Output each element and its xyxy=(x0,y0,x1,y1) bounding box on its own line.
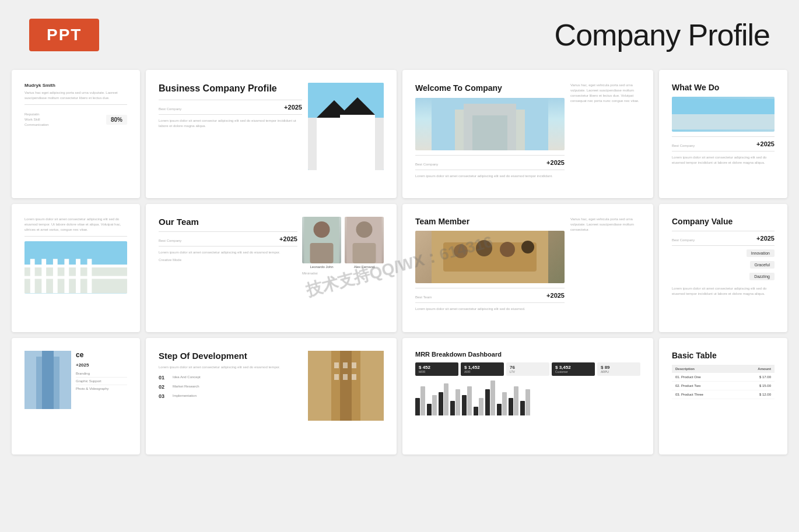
step-label-3: Implementation xyxy=(173,393,197,398)
slide3-body: Lorem ipsum dolor sit amet consectetur a… xyxy=(415,174,565,179)
slide10-body: Lorem ipsum dolor sit amet consectetur a… xyxy=(159,365,303,370)
slide7-title: Team Member xyxy=(415,217,565,226)
slide-basic-table: Basic Table Description Amount 01. Produ… xyxy=(659,338,787,455)
row1-desc: 01. Product One xyxy=(672,373,737,382)
page-title: Company Profile xyxy=(555,17,770,52)
svg-point-26 xyxy=(356,221,373,238)
step-numbered-1: 01 Idea And Concept xyxy=(159,375,303,380)
mrr-val-5: $ 89 xyxy=(601,365,637,370)
team-photo-1 xyxy=(302,217,341,263)
row3-desc: 03. Product Three xyxy=(672,390,737,399)
slide3-year: +2025 xyxy=(546,159,565,166)
slide6-year: +2025 xyxy=(279,235,297,242)
slide-our-team: Our Team Best Company +2025 Lorem ipsum … xyxy=(146,204,397,332)
bar-4-dark xyxy=(450,401,455,415)
svg-point-23 xyxy=(314,221,330,238)
mrr-lbl-5: ARPU xyxy=(601,370,637,374)
slide5-image xyxy=(24,241,127,294)
value-tag-2: Graceful xyxy=(750,261,775,269)
member2-name: Alex Fernand xyxy=(345,265,384,269)
skill-1: Reputatin xyxy=(24,112,49,117)
slide2-image xyxy=(308,83,384,170)
bar-group-10 xyxy=(520,389,530,415)
bar-4-light xyxy=(455,389,460,415)
slide-profile-partial: Mudryk Smith Varius hac eget adipiscing … xyxy=(12,70,140,198)
building-svg xyxy=(308,83,384,170)
mrr-stat-5: $ 89 ARPU xyxy=(597,362,640,376)
bar-2-dark xyxy=(427,404,432,415)
svg-rect-44 xyxy=(343,374,348,380)
slide-business-company: Business Company Profile Best Company +2… xyxy=(146,70,397,198)
svg-rect-43 xyxy=(334,374,339,380)
bar-8-light xyxy=(502,392,507,415)
bar-3-light xyxy=(444,383,448,415)
skill-3: Communication xyxy=(24,122,49,128)
svg-point-32 xyxy=(500,242,515,257)
row1-amount: $ 17.00 xyxy=(737,373,775,382)
slide-welcome: Welcome To Company Best Company +2025 Lo… xyxy=(402,70,653,198)
bar-group-4 xyxy=(450,389,460,415)
bar-8-dark xyxy=(497,404,502,415)
slide9-title: ce xyxy=(76,351,127,359)
bar-5-light xyxy=(467,386,472,415)
slide-team-member: Team Member Best Team +2025 xyxy=(402,204,653,332)
bar-1-dark xyxy=(415,398,420,415)
bar-6-dark xyxy=(474,407,478,415)
mrr-lbl-1: MRR xyxy=(419,370,455,374)
profile-body: Varius hac eget adipiscing porta sed urn… xyxy=(24,90,127,101)
slide-company-value: Company Value Best Company +2025 Innovat… xyxy=(659,204,787,332)
bar-group-1 xyxy=(415,386,425,415)
fence-svg xyxy=(24,241,127,294)
slide6-title: Our Team xyxy=(159,217,297,227)
svg-rect-11 xyxy=(672,114,775,129)
slide6-company-label: Best Company xyxy=(159,239,181,242)
slide3-company-label: Best Company xyxy=(415,163,438,166)
skill-percent: 80% xyxy=(106,115,127,125)
table-row: 02. Product Two $ 15.00 xyxy=(672,382,775,390)
mrr-stat-3: 76 LTV xyxy=(506,362,549,376)
slide3-right-text: Varius hac, eget vehicula porta sed urna… xyxy=(570,83,640,104)
svg-rect-9 xyxy=(472,115,507,150)
slide7-body: Lorem ipsum dolor sit amet consectetur a… xyxy=(415,306,565,312)
svg-point-31 xyxy=(476,240,492,256)
ppt-badge: PPT xyxy=(29,19,99,51)
meeting-svg xyxy=(415,231,565,283)
slide2-title: Business Company Profile xyxy=(159,83,302,94)
mrr-stat-1: $ 452 MRR xyxy=(415,362,458,376)
mrr-val-4: $ 3,452 xyxy=(555,365,591,370)
basic-table: Description Amount 01. Product One $ 17.… xyxy=(672,365,775,399)
row2-amount: $ 15.00 xyxy=(737,382,775,390)
profile-name: Mudryk Smith xyxy=(24,83,127,88)
slide2-company-label: Best Company xyxy=(159,107,181,111)
slide10-title: Step Of Development xyxy=(159,351,303,361)
team-photos: Leonardo John Alex Fernand xyxy=(302,217,384,269)
mrr-stat-2: $ 1,452 ARR xyxy=(461,362,504,376)
mrr-lbl-4: Customer xyxy=(555,370,591,374)
slide7-year: +2025 xyxy=(546,292,565,299)
svg-rect-21 xyxy=(24,276,127,279)
bar-1-light xyxy=(420,386,425,415)
svg-rect-24 xyxy=(310,243,334,263)
skill-2: Work Skill xyxy=(24,117,49,122)
member1-name: Leonardo John xyxy=(302,265,341,269)
step-num-2: 02 xyxy=(159,384,169,390)
tower-svg xyxy=(308,351,384,421)
value-tag-3: Dazzling xyxy=(749,273,775,280)
building2-svg xyxy=(24,351,71,409)
svg-rect-45 xyxy=(352,374,356,380)
bar-group-2 xyxy=(427,395,437,415)
bar-3-dark xyxy=(439,392,443,415)
mrr-lbl-3: LTV xyxy=(510,370,546,374)
building-svg-2 xyxy=(415,98,565,150)
svg-rect-20 xyxy=(24,265,127,267)
bar-9-dark xyxy=(509,398,513,415)
person1-svg xyxy=(302,217,341,263)
slide8-year: +2025 xyxy=(756,235,775,242)
slide9-list: ce +2025 Branding Graphic Support Photo … xyxy=(76,351,127,409)
slide-step-development: Step Of Development Lorem ipsum dolor si… xyxy=(146,338,397,455)
slide5-body: Lorem ipsum dolor sit amet consectetur a… xyxy=(24,217,127,232)
slide11-title: MRR Breakdown Dashboard xyxy=(415,351,640,358)
slide6-footer: Creative Mode xyxy=(159,258,297,263)
col-description: Description xyxy=(672,365,737,373)
svg-rect-36 xyxy=(42,351,54,409)
